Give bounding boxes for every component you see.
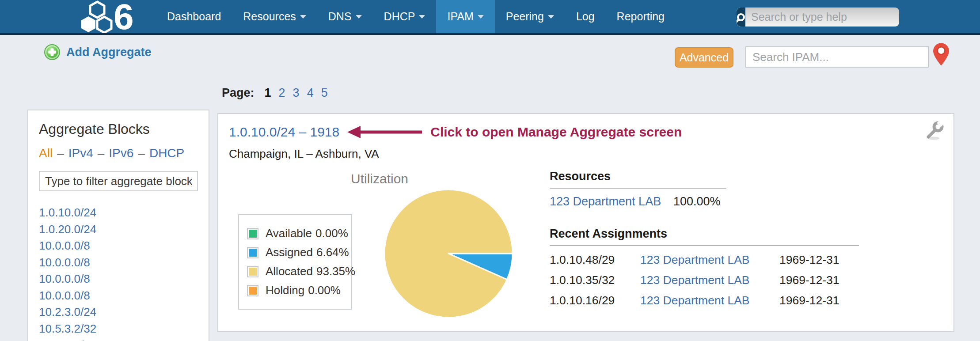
aggregate-blocks-sidebar: Aggregate Blocks All–IPv4–IPv6–DHCP 1.0.… [27, 110, 209, 341]
pagination: Page: 1 2 3 4 5 [0, 82, 980, 110]
nav-menu: Dashboard Resources DNS DHCP IPAM Peerin… [156, 0, 676, 33]
assignment-resource-link[interactable]: 123 Department LAB [640, 273, 779, 287]
chevron-down-icon [419, 15, 425, 19]
table-row: 1.0.10.48/29 123 Department LAB 1969-12-… [550, 253, 885, 267]
utilization-legend: Available0.00% Assigned6.64% Allocated93… [238, 214, 352, 310]
plus-icon [44, 44, 60, 60]
hexagons-logo-icon [81, 0, 113, 33]
utilization-pie [382, 187, 515, 320]
aggregate-block-list: 1.0.10.0/24 1.0.20.0/24 10.0.0.0/8 10.0.… [39, 205, 198, 341]
allocated-swatch [247, 266, 258, 277]
list-item: 10.0.0.0/8 [39, 238, 198, 254]
chevron-down-icon [356, 15, 362, 19]
resource-row: 123 Department LAB 100.00% [550, 195, 885, 208]
nav-item-dns[interactable]: DNS [317, 0, 373, 33]
nav-item-dashboard[interactable]: Dashboard [156, 0, 232, 33]
resources-header: Resources [550, 170, 726, 189]
wrench-icon[interactable] [924, 120, 945, 140]
chevron-down-icon [478, 15, 484, 19]
legend-item-available: Available0.00% [247, 227, 343, 240]
sidebar-title: Aggregate Blocks [39, 121, 198, 137]
assigned-swatch [247, 247, 258, 258]
map-pin-icon[interactable] [933, 43, 949, 66]
resource-link[interactable]: 123 Department LAB [550, 195, 673, 208]
table-row: 1.0.10.16/29 123 Department LAB 1969-12-… [550, 294, 885, 307]
aggregate-title-link[interactable]: 1.0.10.0/24 – 1918 [229, 125, 339, 140]
assignment-date: 1969-12-31 [779, 273, 885, 287]
aggregate-panel: 1.0.10.0/24 – 1918 Click to open Manage … [217, 113, 954, 332]
resource-percentage: 100.00% [673, 195, 885, 208]
list-item: 1.0.20.0/24 [39, 221, 198, 238]
assignment-date: 1969-12-31 [779, 253, 885, 267]
filter-ipv4[interactable]: IPv4 [68, 146, 93, 160]
brand-logo[interactable]: 6 [81, 0, 151, 33]
holding-swatch [247, 285, 258, 296]
aggregate-info: Resources 123 Department LAB 100.00% Rec… [550, 170, 885, 307]
utilization-pie-chart [382, 187, 515, 322]
assignment-block: 1.0.10.16/29 [550, 294, 640, 307]
page-link-2[interactable]: 2 [279, 86, 285, 100]
aggregate-location: Champaign, IL – Ashburn, VA [229, 147, 943, 161]
list-item: 10.2.3.0/24 [39, 304, 198, 321]
list-item: 10.0.0.0/8 [39, 288, 198, 304]
advanced-search-button[interactable]: Advanced [675, 47, 733, 68]
nav-item-reporting[interactable]: Reporting [606, 0, 676, 33]
assignment-resource-link[interactable]: 123 Department LAB [640, 253, 779, 267]
nav-item-resources[interactable]: Resources [232, 0, 317, 33]
assignment-date: 1969-12-31 [779, 294, 885, 307]
table-row: 1.0.10.35/32 123 Department LAB 1969-12-… [550, 273, 885, 287]
list-item: 10.0.0.0/8 [39, 254, 198, 271]
assignment-block: 1.0.10.35/32 [550, 273, 640, 287]
top-nav: 6 Dashboard Resources DNS DHCP IPAM Peer… [0, 0, 980, 35]
page-link-3[interactable]: 3 [293, 86, 300, 100]
brand-number: 6 [114, 1, 133, 32]
recent-assignments-list: 1.0.10.48/29 123 Department LAB 1969-12-… [550, 253, 885, 307]
list-item: 10.5.3.2/32 [39, 321, 198, 337]
filter-ipv6[interactable]: IPv6 [109, 146, 133, 160]
add-aggregate-button[interactable]: Add Aggregate [44, 44, 152, 60]
nav-item-log[interactable]: Log [565, 0, 606, 33]
page-current: 1 [265, 86, 271, 100]
toolbar: Add Aggregate Advanced [0, 35, 980, 82]
legend-item-holding: Holding0.00% [247, 284, 343, 297]
legend-item-assigned: Assigned6.64% [247, 246, 343, 259]
filter-aggregate-input[interactable] [39, 171, 198, 191]
annotation-arrow [347, 125, 422, 140]
filter-all[interactable]: All [39, 146, 53, 160]
pie-slice-allocated [384, 189, 513, 318]
nav-item-peering[interactable]: Peering [495, 0, 565, 33]
recent-assignments-header: Recent Assignments [550, 227, 859, 246]
assignment-resource-link[interactable]: 123 Department LAB [640, 294, 779, 307]
legend-item-allocated: Allocated93.35% [247, 265, 343, 278]
utilization-title: Utilization [313, 171, 446, 186]
aggregate-title-row: 1.0.10.0/24 – 1918 Click to open Manage … [229, 125, 943, 140]
page-link-4[interactable]: 4 [307, 86, 314, 100]
available-swatch [247, 228, 258, 239]
nav-item-ipam[interactable]: IPAM [436, 0, 494, 33]
filter-dhcp[interactable]: DHCP [149, 146, 184, 160]
page-link-5[interactable]: 5 [321, 86, 328, 100]
list-item: 10.5.3.2/32 [39, 337, 198, 341]
list-item: 10.0.0.0/8 [39, 271, 198, 288]
assignment-block: 1.0.10.48/29 [550, 253, 640, 267]
page-label: Page: [222, 86, 254, 100]
search-icon [737, 8, 745, 27]
nav-item-dhcp[interactable]: DHCP [373, 0, 437, 33]
ipam-search-input[interactable] [745, 46, 929, 68]
annotation-text: Click to open Manage Aggregate screen [430, 125, 682, 140]
global-search-input[interactable] [745, 8, 899, 27]
global-search [737, 8, 899, 27]
chevron-down-icon [300, 15, 306, 19]
content: Aggregate Blocks All–IPv4–IPv6–DHCP 1.0.… [0, 110, 980, 341]
chevron-down-icon [548, 15, 554, 19]
sidebar-filters: All–IPv4–IPv6–DHCP [39, 146, 198, 160]
list-item: 1.0.10.0/24 [39, 205, 198, 221]
